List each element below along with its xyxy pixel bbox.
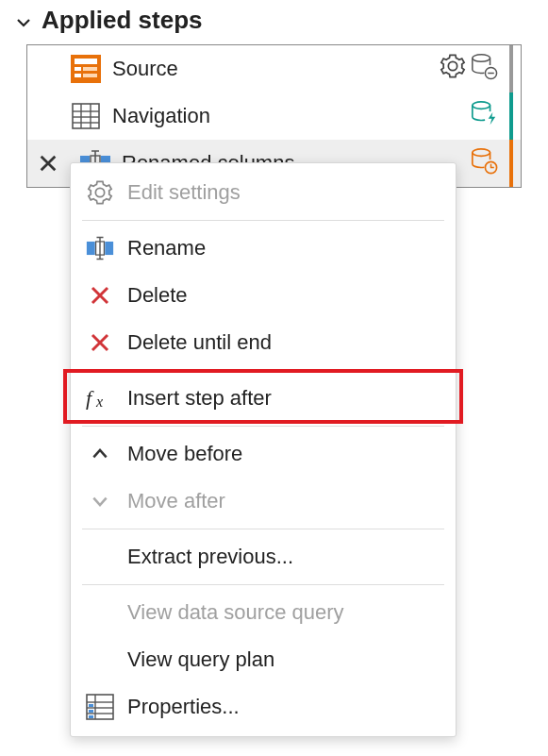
database-bolt-icon[interactable] [470,99,498,133]
svg-rect-4 [75,74,81,77]
menu-move-after: Move after [71,478,456,525]
gear-icon[interactable] [440,53,466,85]
step-name: Navigation [112,104,460,128]
menu-move-before[interactable]: Move before [71,430,456,478]
gear-icon [86,178,114,207]
svg-point-20 [473,149,490,157]
svg-rect-35 [89,715,93,718]
step-accent [509,45,513,92]
menu-edit-settings: Edit settings [71,169,456,216]
menu-label: Properties... [127,695,240,719]
close-icon [86,281,114,310]
menu-separator [82,584,444,585]
svg-rect-34 [89,710,93,713]
menu-label: View data source query [127,600,344,625]
rename-icon [86,234,114,262]
menu-separator [82,370,444,371]
properties-icon [86,693,114,721]
fx-icon: f x [86,384,114,412]
menu-label: Edit settings [127,180,241,205]
svg-rect-23 [105,242,113,255]
panel-title: Applied steps [42,6,202,35]
menu-label: Extract previous... [127,545,293,569]
svg-text:f: f [86,386,94,410]
database-minus-icon[interactable] [470,52,498,86]
menu-insert-step-after[interactable]: f x Insert step after [71,375,456,422]
svg-text:x: x [95,394,103,410]
delete-step-button[interactable] [27,153,69,174]
menu-label: View query plan [127,647,274,672]
svg-rect-33 [89,704,93,707]
svg-point-15 [473,102,490,109]
menu-label: Insert step after [127,386,272,411]
menu-extract-previous[interactable]: Extract previous... [71,533,456,580]
table-icon [69,99,103,133]
menu-rename[interactable]: Rename [71,225,456,272]
menu-view-data-source-query: View data source query [71,589,456,636]
step-row-navigation[interactable]: Navigation [27,92,521,140]
menu-separator [82,220,444,221]
menu-delete[interactable]: Delete [71,272,456,319]
step-accent [509,92,513,140]
menu-label: Rename [127,236,206,260]
context-menu: Edit settings Rename Delete Delete until… [70,162,457,737]
step-row-source[interactable]: Source [27,45,521,92]
menu-properties[interactable]: Properties... [71,683,456,731]
blank-icon [86,598,114,627]
applied-steps-header[interactable]: Applied steps [0,0,548,44]
blank-icon [86,543,114,571]
menu-label: Move after [127,489,225,513]
menu-separator [82,529,444,529]
chevron-down-icon [15,12,32,29]
menu-delete-until-end[interactable]: Delete until end [71,319,456,366]
menu-separator [82,426,444,427]
menu-label: Delete until end [127,330,272,355]
chevron-up-icon [86,440,114,468]
menu-label: Move before [127,442,242,466]
chevron-down-icon [86,487,114,515]
svg-rect-3 [83,67,97,71]
svg-rect-5 [83,74,97,77]
menu-view-query-plan[interactable]: View query plan [71,636,456,683]
step-name: Source [112,57,430,81]
blank-icon [86,646,114,674]
step-accent [509,140,513,187]
database-clock-icon[interactable] [470,146,498,180]
svg-rect-2 [75,67,81,71]
svg-rect-1 [75,59,97,64]
svg-point-6 [473,55,490,62]
svg-rect-22 [87,242,95,255]
source-icon [69,52,103,86]
menu-label: Delete [127,283,188,308]
svg-rect-9 [73,104,99,128]
close-icon [86,328,114,357]
